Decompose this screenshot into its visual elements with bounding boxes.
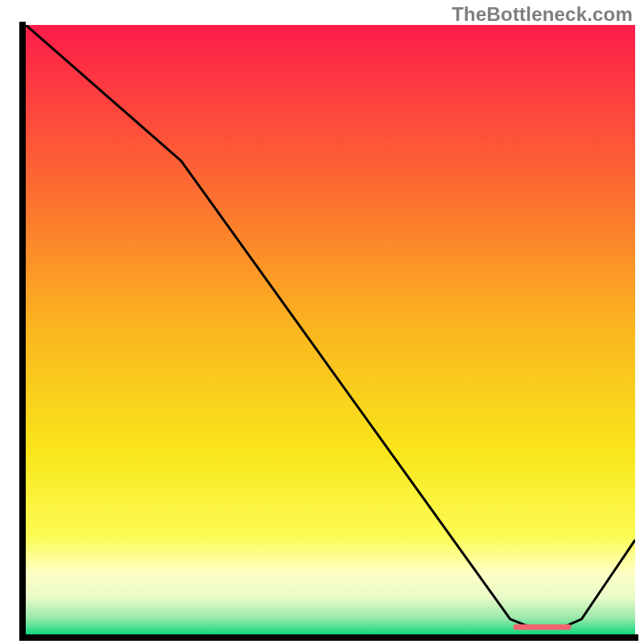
bottleneck-chart: [0, 0, 644, 644]
watermark: TheBottleneck.com: [452, 3, 633, 26]
plot-background: [26, 25, 635, 634]
minimum-marker: [514, 624, 572, 630]
chart-stage: TheBottleneck.com: [0, 0, 644, 644]
